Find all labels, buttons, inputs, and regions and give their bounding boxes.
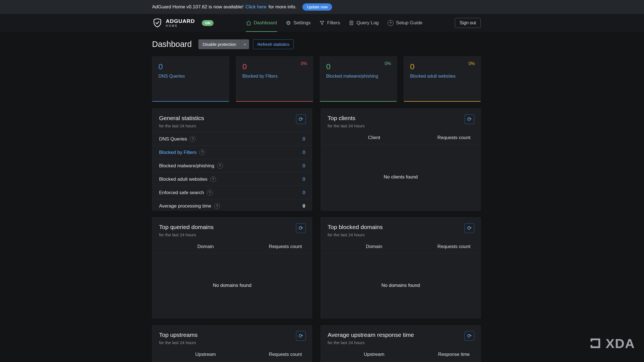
help-icon[interactable]: ? bbox=[210, 176, 216, 182]
sign-out-button[interactable]: Sign out bbox=[455, 18, 481, 28]
adguard-logo[interactable]: ADGUARD HOME ON bbox=[152, 18, 214, 28]
update-message: AdGuard Home v0.107.62 is now available! bbox=[152, 4, 243, 10]
stat-cards-row: 0 DNS Queries 0 0% Blocked by Filters 0 … bbox=[152, 56, 481, 102]
card-refresh-button[interactable]: ⟳ bbox=[296, 331, 306, 341]
stats-row-value[interactable]: 0 bbox=[303, 163, 305, 169]
nav-label: Query Log bbox=[356, 20, 378, 26]
update-now-button[interactable]: Update now bbox=[302, 3, 332, 11]
column-header: Requests count bbox=[427, 135, 480, 140]
empty-state-text: No domains found bbox=[213, 283, 252, 288]
column-header: Client bbox=[321, 135, 427, 140]
card-refresh-button[interactable]: ⟳ bbox=[465, 331, 474, 341]
stats-row-value[interactable]: 0 bbox=[303, 136, 305, 142]
card-title: General statistics bbox=[159, 115, 305, 122]
stats-row-value[interactable]: 0 bbox=[303, 177, 305, 182]
disable-protection-caret-button[interactable] bbox=[240, 39, 249, 49]
brand-name: ADGUARD bbox=[166, 18, 195, 24]
stats-row-label: Enforced safe search bbox=[159, 190, 204, 196]
help-icon[interactable]: ? bbox=[214, 203, 220, 209]
card-refresh-button[interactable]: ⟳ bbox=[465, 114, 474, 124]
nav-item-dashboard[interactable]: Dashboard bbox=[246, 14, 277, 32]
brand-sub: HOME bbox=[166, 25, 195, 27]
gear-icon: ⚙ bbox=[286, 20, 291, 26]
card-title: Top clients bbox=[328, 115, 474, 122]
stat-percent: 0% bbox=[301, 61, 307, 66]
chevron-down-icon bbox=[243, 42, 247, 46]
shield-check-icon bbox=[152, 18, 163, 28]
click-here-link[interactable]: Click here bbox=[245, 4, 267, 10]
stats-row-value[interactable]: 0 bbox=[303, 190, 305, 196]
nav-label: Dashboard bbox=[254, 20, 277, 26]
disable-protection-button[interactable]: Disable protection bbox=[198, 39, 240, 49]
refresh-icon: ⟳ bbox=[299, 116, 303, 122]
column-header: Domain bbox=[152, 244, 259, 249]
card-refresh-button[interactable]: ⟳ bbox=[465, 223, 474, 233]
brand-text: ADGUARD HOME bbox=[166, 18, 195, 27]
nav-item-settings[interactable]: ⚙ Settings bbox=[286, 14, 311, 32]
nav-label: Filters bbox=[327, 20, 340, 26]
stat-card-blocked-adult: 0 0% Blocked adult websites bbox=[404, 56, 481, 102]
stats-row-label: Blocked malware/phishing bbox=[159, 163, 214, 169]
update-notification-bar: AdGuard Home v0.107.62 is now available!… bbox=[0, 0, 644, 14]
column-header: Requests count bbox=[259, 352, 312, 357]
protection-status-badge: ON bbox=[202, 20, 214, 26]
stats-row-label[interactable]: Blocked by Filters bbox=[159, 150, 196, 155]
column-header: Upstream bbox=[152, 352, 259, 357]
average-upstream-response-time-card: Average upstream response time for the l… bbox=[321, 325, 481, 362]
top-blocked-domains-card: Top blocked domains for the last 24 hour… bbox=[321, 217, 481, 318]
stat-label-link[interactable]: DNS Queries bbox=[158, 74, 185, 79]
xda-logo-icon bbox=[588, 336, 602, 350]
funnel-icon bbox=[319, 20, 325, 25]
help-circle-icon: ? bbox=[388, 20, 394, 26]
card-title: Top queried domains bbox=[159, 224, 305, 230]
card-refresh-button[interactable]: ⟳ bbox=[296, 223, 306, 233]
stats-row-label: Average processing time bbox=[159, 203, 211, 209]
stats-row: Blocked by Filters ? 0 bbox=[152, 146, 312, 159]
refresh-statistics-button[interactable]: Refresh statistics bbox=[253, 39, 294, 49]
empty-state-text: No domains found bbox=[382, 283, 420, 288]
stat-label-link[interactable]: Blocked adult websites bbox=[410, 74, 456, 79]
stat-percent: 0% bbox=[385, 61, 391, 66]
help-icon[interactable]: ? bbox=[217, 163, 223, 169]
column-header: Response time bbox=[427, 352, 480, 357]
stats-row: Average processing time ? 0 bbox=[152, 199, 312, 211]
stats-row: Enforced safe search ? 0 bbox=[152, 186, 312, 199]
stat-label-link[interactable]: Blocked by Filters bbox=[242, 74, 278, 79]
top-upstreams-card: Top upstreams for the last 24 hours ⟳ Up… bbox=[152, 325, 312, 362]
stat-value: 0 bbox=[326, 62, 390, 71]
app-header: ADGUARD HOME ON Dashboard ⚙ Settings bbox=[0, 14, 644, 32]
dashboard-main: Dashboard Disable protection Refresh sta… bbox=[152, 39, 481, 362]
nav-item-query-log[interactable]: Query Log bbox=[349, 14, 378, 32]
refresh-icon: ⟳ bbox=[467, 116, 472, 122]
card-subtitle: for the last 24 hours bbox=[159, 232, 305, 237]
help-icon[interactable]: ? bbox=[190, 136, 196, 142]
xda-logo-text: XDA bbox=[606, 337, 635, 350]
card-title: Top blocked domains bbox=[328, 224, 474, 230]
stat-card-blocked-by-filters: 0 0% Blocked by Filters bbox=[236, 56, 313, 102]
help-icon[interactable]: ? bbox=[199, 149, 205, 155]
stat-label-link[interactable]: Blocked malware/phishing bbox=[326, 74, 378, 79]
card-title: Top upstreams bbox=[159, 332, 305, 338]
update-message-suffix: for more info. bbox=[269, 4, 297, 10]
empty-state-text: No clients found bbox=[384, 174, 418, 180]
stat-card-blocked-malware: 0 0% Blocked malware/phishing bbox=[320, 56, 397, 102]
xda-watermark: XDA bbox=[588, 336, 635, 350]
refresh-icon: ⟳ bbox=[299, 225, 303, 231]
stats-row-value[interactable]: 0 bbox=[303, 150, 305, 155]
page-title: Dashboard bbox=[152, 40, 192, 49]
general-statistics-card: General statistics for the last 24 hours… bbox=[152, 108, 312, 211]
nav-item-filters[interactable]: Filters bbox=[319, 14, 340, 32]
refresh-icon: ⟳ bbox=[299, 333, 303, 339]
stat-percent: 0% bbox=[468, 61, 475, 66]
stats-row: DNS Queries ? 0 bbox=[152, 132, 312, 146]
card-subtitle: for the last 24 hours bbox=[159, 340, 305, 345]
nav-item-setup-guide[interactable]: ? Setup Guide bbox=[388, 14, 423, 32]
stat-value: 0 bbox=[410, 62, 474, 71]
help-icon[interactable]: ? bbox=[207, 190, 213, 196]
card-subtitle: for the last 24 hours bbox=[328, 232, 474, 237]
card-subtitle: for the last 24 hours bbox=[328, 123, 474, 128]
card-subtitle: for the last 24 hours bbox=[328, 340, 474, 345]
column-header: Domain bbox=[321, 244, 427, 249]
nav-label: Settings bbox=[293, 20, 311, 26]
card-refresh-button[interactable]: ⟳ bbox=[296, 114, 306, 124]
